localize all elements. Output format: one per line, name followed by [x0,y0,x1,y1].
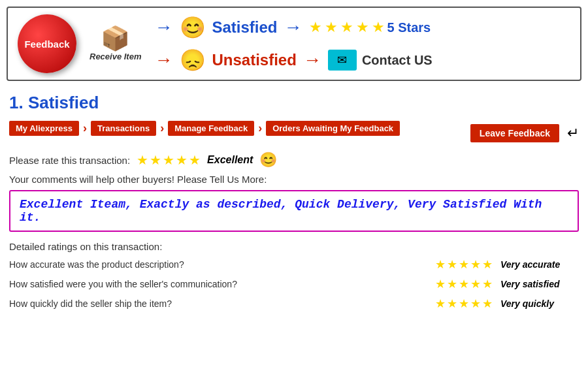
r2-star5-icon: ★ [482,277,493,291]
breadcrumb-arrow-2: › [160,121,164,135]
breadcrumb-orders-awaiting[interactable]: Orders Awaiting My Feedback [266,121,400,136]
star5-icon: ★ [372,19,385,36]
r3-star2-icon: ★ [447,296,457,311]
r3-star3-icon: ★ [459,296,469,311]
r1-star2-icon: ★ [447,257,457,272]
arrow-to-stars-icon: → [284,17,302,38]
breadcrumb-leave-row: My Aliexpress › Transactions › Manage Fe… [9,121,579,145]
breadcrumb-arrow-3: › [258,121,262,135]
r1-star1-icon: ★ [435,257,446,272]
r2-star2-icon: ★ [447,277,457,291]
sad-face-icon: 😞 [180,48,206,72]
satisfied-text: Satisfied [212,18,278,37]
rate-stars: ★ ★ ★ ★ ★ [137,152,201,168]
rate-row: Please rate this transaction: ★ ★ ★ ★ ★ … [9,152,579,168]
comment-box: Excellent Iteam, Exactly as described, Q… [9,190,579,232]
breadcrumb-arrow-1: › [83,121,87,135]
r1-star4-icon: ★ [470,257,481,272]
rate-star3-icon: ★ [163,152,174,168]
contact-text: Contact US [362,53,433,68]
leave-feedback-button[interactable]: Leave Feedback [470,124,559,142]
rate-label: Please rate this transaction: [9,155,130,166]
unsatisfied-path: → 😞 Unsatisfied → ✉ Contact US [155,48,571,72]
star3-icon: ★ [340,19,353,36]
arrow-to-satisfied-icon: → [155,17,173,38]
contact-box: ✉ Contact US [328,50,433,71]
section-title: 1. Satisfied [9,93,579,113]
breadcrumb: My Aliexpress › Transactions › Manage Fe… [9,121,400,136]
satisfied-path: → 😊 Satisfied → ★ ★ ★ ★ ★ 5 Stars [155,15,571,40]
rating-row-3: How quickly did the seller ship the item… [9,296,579,311]
breadcrumb-my-aliexpress[interactable]: My Aliexpress [9,121,79,136]
comments-label: Your comments will help other buyers! Pl… [9,174,579,185]
rate-star2-icon: ★ [150,152,161,168]
comment-text: Excellent Iteam, Exactly as described, Q… [20,198,542,224]
star1-icon: ★ [309,19,322,36]
receive-label: Receive Item [90,52,142,61]
r2-star1-icon: ★ [435,277,446,291]
rating-stars-3: ★ ★ ★ ★ ★ [435,296,493,311]
smiley-icon: 😊 [259,152,277,168]
breadcrumb-transactions[interactable]: Transactions [91,121,156,136]
r3-star4-icon: ★ [470,296,481,311]
rating-row-2: How satisfied were you with the seller's… [9,277,579,291]
banner: Feedback 📦 Receive Item → 😊 Satisfied → … [7,7,581,81]
leave-feedback-area: Leave Feedback ↵ [470,124,579,142]
mail-icon: ✉ [328,50,357,71]
rating-stars-2: ★ ★ ★ ★ ★ [435,277,493,291]
banner-middle: 📦 Receive Item [90,27,142,61]
rate-star5-icon: ★ [189,152,201,168]
rating-answer-2: Very satisfied [500,279,579,289]
package-icon: 📦 [101,27,130,50]
rating-answer-3: Very quickly [500,298,579,309]
r2-star4-icon: ★ [470,277,481,291]
excellent-text: Excellent [207,154,253,166]
rate-star1-icon: ★ [137,152,148,168]
arrow-to-contact-icon: → [303,50,321,71]
main-content: 1. Satisfied My Aliexpress › Transaction… [7,93,581,311]
feedback-circle: Feedback [18,14,76,73]
star2-icon: ★ [325,19,338,36]
rating-question-2: How satisfied were you with the seller's… [9,279,427,289]
cursor-arrow-icon: ↵ [567,125,579,142]
breadcrumb-manage-feedback[interactable]: Manage Feedback [168,121,254,136]
five-stars-text: 5 Stars [387,20,431,35]
r1-star3-icon: ★ [459,257,469,272]
rating-question-1: How accurate was the product description… [9,259,427,270]
rating-row-1: How accurate was the product description… [9,257,579,272]
happy-face-icon: 😊 [180,15,206,40]
rate-star4-icon: ★ [176,152,188,168]
r3-star5-icon: ★ [482,296,493,311]
r3-star1-icon: ★ [435,296,446,311]
unsatisfied-text: Unsatisfied [212,51,297,69]
arrow-to-unsatisfied-icon: → [155,50,173,71]
rating-answer-1: Very accurate [500,259,579,270]
r2-star3-icon: ★ [459,277,469,291]
detailed-label: Detailed ratings on this transaction: [9,241,579,252]
star4-icon: ★ [356,19,369,36]
feedback-label: Feedback [24,39,69,50]
rating-stars-1: ★ ★ ★ ★ ★ [435,257,493,272]
five-stars-row: ★ ★ ★ ★ ★ 5 Stars [309,19,431,36]
banner-paths: → 😊 Satisfied → ★ ★ ★ ★ ★ 5 Stars → 😞 Un… [155,15,571,72]
r1-star5-icon: ★ [482,257,493,272]
rating-question-3: How quickly did the seller ship the item… [9,298,427,309]
